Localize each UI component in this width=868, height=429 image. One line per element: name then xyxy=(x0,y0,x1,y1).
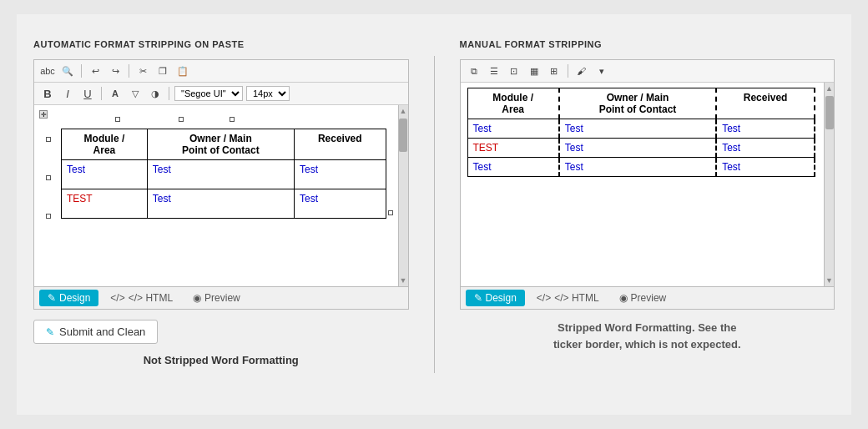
left-design-tab[interactable]: ✎ Design xyxy=(39,290,98,306)
right-clipboard5-icon[interactable]: ⊞ xyxy=(546,63,563,78)
right-editor-content-wrapper: Module /Area Owner / MainPoint of Contac… xyxy=(461,83,835,286)
right-cell-r1-c3: Test xyxy=(716,119,815,139)
right-editor-box: ⧉ ☰ ⊡ ▦ ⊞ 🖌 ▾ Module /Area Owner / MainP xyxy=(460,59,835,310)
left-caption: Not Stripped Word Formatting xyxy=(33,354,409,366)
submit-button-label: Submit and Clean xyxy=(59,326,145,338)
right-panel: MANUAL FORMAT STRIPPING ⧉ ☰ ⊡ ▦ ⊞ 🖌 ▾ xyxy=(460,39,835,352)
left-panel: AUTOMATIC FORMAT STRIPPING ON PASTE abc … xyxy=(33,39,409,366)
left-panel-title: AUTOMATIC FORMAT STRIPPING ON PASTE xyxy=(33,39,409,49)
bold-button[interactable]: B xyxy=(39,86,56,101)
left-toolbar-row1: abc 🔍 ↩ ↪ ✂ ❐ 📋 xyxy=(34,60,408,83)
left-preview-eye-icon: ◉ xyxy=(193,292,201,304)
right-cell-r3-c1: Test xyxy=(467,158,559,177)
right-preview-tab[interactable]: ◉ Preview xyxy=(611,290,675,306)
right-row-1: Test Test Test xyxy=(467,119,815,139)
sep2 xyxy=(129,64,129,78)
right-cell-r1-c1: Test xyxy=(467,119,559,139)
highlight-icon[interactable]: ▽ xyxy=(127,86,144,101)
left-design-pencil-icon: ✎ xyxy=(48,292,56,304)
font-family-select[interactable]: "Segoe UI" xyxy=(174,86,243,101)
search-icon[interactable]: 🔍 xyxy=(59,63,76,78)
submit-clean-button[interactable]: ✎ Submit and Clean xyxy=(33,320,158,344)
right-toolbar-row1: ⧉ ☰ ⊡ ▦ ⊞ 🖌 ▾ xyxy=(461,60,835,83)
right-clipboard4-icon[interactable]: ▦ xyxy=(526,63,542,78)
left-cell-r2-c1: TEST xyxy=(62,189,148,219)
right-brush-arrow-icon[interactable]: ▾ xyxy=(593,63,610,78)
left-table-container: Module /Area Owner / MainPoint of Contac… xyxy=(46,117,393,219)
copy-icon[interactable]: ❐ xyxy=(154,63,171,78)
right-header-module: Module /Area xyxy=(467,88,559,119)
left-right-handles xyxy=(388,120,393,219)
right-clipboard2-icon[interactable]: ☰ xyxy=(486,63,502,78)
right-caption: Stripped Word Formatting. See the ticker… xyxy=(460,320,835,352)
right-scrollbar-thumb[interactable] xyxy=(825,96,834,129)
abc-icon[interactable]: abc xyxy=(39,63,56,78)
left-cell-r1-c3: Test xyxy=(294,160,386,189)
right-cell-r3-c2: Test xyxy=(559,158,716,177)
right-cell-r1-c2: Test xyxy=(559,119,716,139)
left-scrollbar[interactable]: ▲ ▼ xyxy=(398,105,408,286)
right-html-tab-label: </> HTML xyxy=(554,292,598,304)
panel-divider xyxy=(434,56,435,373)
right-row-2: TEST Test Test xyxy=(467,139,815,158)
left-toolbar-row2: B I U A ▽ ◑ "Segoe UI" 14px xyxy=(34,83,408,105)
paste-icon[interactable]: 📋 xyxy=(174,63,191,78)
left-design-tab-label: Design xyxy=(59,292,90,304)
right-clipboard1-icon[interactable]: ⧉ xyxy=(466,63,482,78)
font-size-select[interactable]: 14px xyxy=(246,86,290,101)
left-preview-tab[interactable]: ◉ Preview xyxy=(184,290,249,306)
underline-button[interactable]: U xyxy=(79,86,96,101)
left-scrollbar-thumb[interactable] xyxy=(399,119,407,152)
right-cell-r2-c2: Test xyxy=(559,139,716,158)
left-table: Module /Area Owner / MainPoint of Contac… xyxy=(61,129,386,219)
left-editor-box: abc 🔍 ↩ ↪ ✂ ❐ 📋 B I U A ▽ ◑ xyxy=(33,59,409,310)
left-cell-r2-c2: Test xyxy=(147,189,294,219)
left-editor-content-wrapper: ✛ xyxy=(34,105,408,286)
right-html-tab[interactable]: </> </> HTML xyxy=(528,290,608,306)
right-cell-r3-c3: Test xyxy=(716,158,815,177)
right-brush-icon[interactable]: 🖌 xyxy=(573,63,590,78)
left-cell-r2-c3: Test xyxy=(294,189,386,219)
cut-icon[interactable]: ✂ xyxy=(134,63,151,78)
left-header-owner: Owner / MainPoint of Contact xyxy=(147,129,294,160)
right-design-tab[interactable]: ✎ Design xyxy=(466,290,525,306)
right-editor-content[interactable]: Module /Area Owner / MainPoint of Contac… xyxy=(461,83,825,286)
left-html-icon: </> xyxy=(110,292,124,304)
left-table-with-handles: Module /Area Owner / MainPoint of Contac… xyxy=(46,120,393,219)
sep4 xyxy=(169,87,169,100)
left-side-handles xyxy=(46,120,51,219)
sep3 xyxy=(101,87,102,100)
left-row-1: Test Test Test xyxy=(62,160,386,189)
right-html-icon: </> xyxy=(537,292,551,304)
right-clipboard3-icon[interactable]: ⊡ xyxy=(506,63,522,78)
italic-button[interactable]: I xyxy=(59,86,76,101)
right-scrollbar[interactable]: ▲ ▼ xyxy=(824,83,834,286)
right-header-received: Received xyxy=(716,88,815,119)
right-cell-r2-c3: Test xyxy=(716,139,815,158)
right-panel-title: MANUAL FORMAT STRIPPING xyxy=(460,39,835,49)
left-preview-tab-label: Preview xyxy=(204,292,240,304)
right-design-tab-label: Design xyxy=(486,292,517,304)
redo-icon[interactable]: ↪ xyxy=(107,63,124,78)
sep1 xyxy=(81,64,82,78)
right-design-pencil-icon: ✎ xyxy=(474,292,482,304)
left-cell-r1-c1: Test xyxy=(62,160,148,189)
undo-icon[interactable]: ↩ xyxy=(87,63,103,78)
right-table: Module /Area Owner / MainPoint of Contac… xyxy=(467,88,816,177)
left-html-tab[interactable]: </> </> HTML xyxy=(102,290,181,306)
left-row-2: TEST Test Test xyxy=(62,189,386,219)
right-tab-bar: ✎ Design </> </> HTML ◉ Preview xyxy=(461,286,835,309)
left-cell-r1-c2: Test xyxy=(147,160,294,189)
right-header-owner: Owner / MainPoint of Contact xyxy=(559,88,716,119)
right-caption-line2: ticker border, which is not expected. xyxy=(553,338,741,351)
main-container: AUTOMATIC FORMAT STRIPPING ON PASTE abc … xyxy=(17,14,851,415)
left-html-tab-label: </> HTML xyxy=(129,292,173,304)
submit-pencil-icon: ✎ xyxy=(46,326,54,338)
right-caption-line1: Stripped Word Formatting. See the xyxy=(558,321,736,334)
right-cell-r2-c1: TEST xyxy=(467,139,559,158)
circle-icon[interactable]: ◑ xyxy=(147,86,164,101)
left-header-received: Received xyxy=(294,129,386,160)
font-color-icon[interactable]: A xyxy=(107,86,124,101)
left-editor-content[interactable]: ✛ xyxy=(34,105,398,286)
right-sep1 xyxy=(568,64,568,78)
